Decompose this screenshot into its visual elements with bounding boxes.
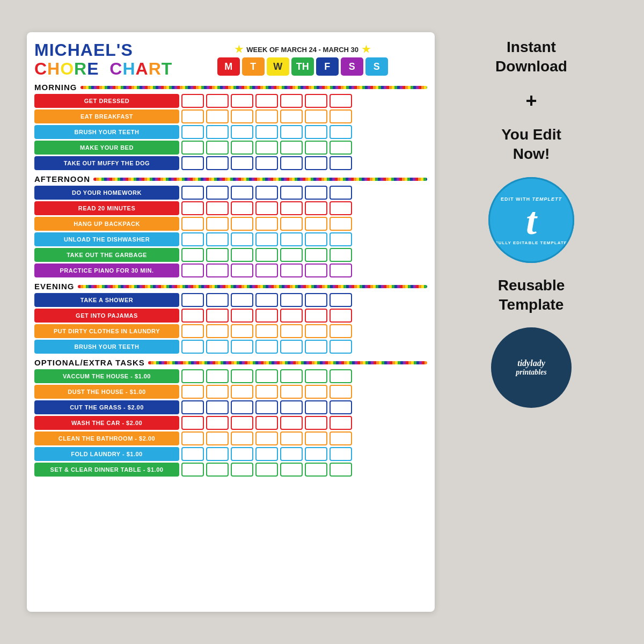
check-box[interactable] [330,309,352,323]
check-box[interactable] [181,369,204,383]
check-box[interactable] [280,232,303,246]
check-box[interactable] [305,217,327,231]
check-box[interactable] [181,141,204,155]
check-box[interactable] [305,248,327,262]
check-box[interactable] [255,248,278,262]
check-box[interactable] [330,293,352,307]
check-box[interactable] [330,416,352,430]
check-box[interactable] [231,385,253,399]
check-box[interactable] [255,217,278,231]
check-box[interactable] [206,141,229,155]
check-box[interactable] [255,232,278,246]
check-box[interactable] [231,293,253,307]
check-box[interactable] [255,385,278,399]
check-box[interactable] [231,324,253,338]
check-box[interactable] [206,293,229,307]
check-box[interactable] [305,369,327,383]
check-box[interactable] [206,217,229,231]
check-box[interactable] [280,141,303,155]
check-box[interactable] [305,109,327,123]
check-box[interactable] [206,400,229,414]
check-box[interactable] [181,264,204,277]
check-box[interactable] [231,264,253,277]
check-box[interactable] [231,309,253,323]
check-box[interactable] [181,324,204,338]
check-box[interactable] [280,340,303,354]
check-box[interactable] [330,156,352,170]
check-box[interactable] [330,340,352,354]
check-box[interactable] [255,309,278,323]
check-box[interactable] [206,447,229,461]
check-box[interactable] [206,385,229,399]
check-box[interactable] [305,186,327,200]
check-box[interactable] [330,447,352,461]
check-box[interactable] [206,340,229,354]
check-box[interactable] [231,201,253,215]
check-box[interactable] [231,463,253,477]
check-box[interactable] [280,431,303,445]
check-box[interactable] [255,109,278,123]
check-box[interactable] [305,463,327,477]
check-box[interactable] [206,94,229,108]
check-box[interactable] [206,463,229,477]
check-box[interactable] [305,447,327,461]
check-box[interactable] [255,201,278,215]
check-box[interactable] [181,201,204,215]
check-box[interactable] [280,463,303,477]
check-box[interactable] [280,324,303,338]
check-box[interactable] [330,431,352,445]
check-box[interactable] [255,400,278,414]
check-box[interactable] [280,186,303,200]
check-box[interactable] [181,340,204,354]
check-box[interactable] [181,94,204,108]
check-box[interactable] [255,293,278,307]
check-box[interactable] [280,400,303,414]
check-box[interactable] [255,156,278,170]
check-box[interactable] [330,400,352,414]
check-box[interactable] [231,248,253,262]
check-box[interactable] [330,201,352,215]
check-box[interactable] [206,156,229,170]
check-box[interactable] [305,309,327,323]
check-box[interactable] [305,125,327,139]
check-box[interactable] [255,463,278,477]
check-box[interactable] [330,109,352,123]
check-box[interactable] [280,416,303,430]
check-box[interactable] [181,293,204,307]
check-box[interactable] [255,324,278,338]
check-box[interactable] [280,156,303,170]
check-box[interactable] [206,324,229,338]
check-box[interactable] [231,217,253,231]
check-box[interactable] [280,385,303,399]
check-box[interactable] [206,309,229,323]
check-box[interactable] [181,463,204,477]
check-box[interactable] [181,416,204,430]
check-box[interactable] [330,463,352,477]
check-box[interactable] [330,232,352,246]
check-box[interactable] [280,94,303,108]
check-box[interactable] [330,369,352,383]
check-box[interactable] [280,201,303,215]
check-box[interactable] [305,431,327,445]
check-box[interactable] [305,400,327,414]
check-box[interactable] [280,293,303,307]
check-box[interactable] [330,385,352,399]
check-box[interactable] [231,141,253,155]
check-box[interactable] [305,340,327,354]
check-box[interactable] [305,385,327,399]
check-box[interactable] [181,125,204,139]
check-box[interactable] [181,186,204,200]
check-box[interactable] [330,248,352,262]
check-box[interactable] [280,447,303,461]
check-box[interactable] [255,416,278,430]
check-box[interactable] [255,340,278,354]
check-box[interactable] [280,217,303,231]
check-box[interactable] [206,201,229,215]
check-box[interactable] [231,400,253,414]
check-box[interactable] [280,309,303,323]
check-box[interactable] [206,264,229,277]
check-box[interactable] [330,94,352,108]
check-box[interactable] [231,369,253,383]
check-box[interactable] [305,201,327,215]
check-box[interactable] [255,369,278,383]
